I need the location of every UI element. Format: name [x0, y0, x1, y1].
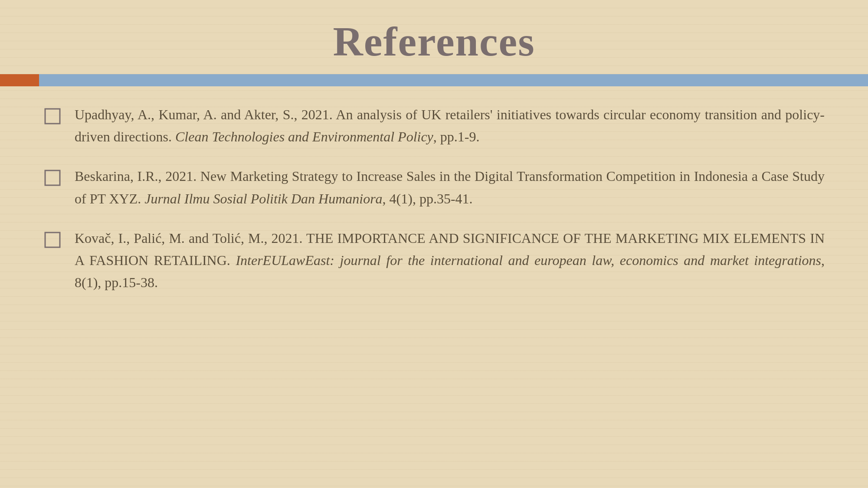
svg-rect-1	[45, 170, 60, 185]
list-item: Beskarina, I.R., 2021. New Marketing Str…	[43, 165, 825, 210]
svg-rect-2	[45, 233, 60, 247]
references-list: Upadhyay, A., Kumar, A. and Akter, S., 2…	[0, 86, 868, 488]
list-item: Kovač, I., Palić, M. and Tolić, M., 2021…	[43, 227, 825, 294]
divider-orange	[0, 74, 39, 86]
reference-text: Beskarina, I.R., 2021. New Marketing Str…	[75, 165, 825, 210]
bullet-icon	[43, 107, 62, 125]
list-item: Upadhyay, A., Kumar, A. and Akter, S., 2…	[43, 104, 825, 148]
svg-rect-0	[45, 109, 60, 124]
title-section: References	[0, 0, 868, 74]
reference-text: Kovač, I., Palić, M. and Tolić, M., 2021…	[75, 227, 825, 294]
divider-blue	[39, 74, 868, 86]
bullet-icon	[43, 169, 62, 187]
slide-content: References Upadhyay, A., Kumar, A. and A…	[0, 0, 868, 488]
divider-bar	[0, 74, 868, 86]
page-title: References	[0, 17, 868, 66]
reference-text: Upadhyay, A., Kumar, A. and Akter, S., 2…	[75, 104, 825, 148]
bullet-icon	[43, 231, 62, 249]
